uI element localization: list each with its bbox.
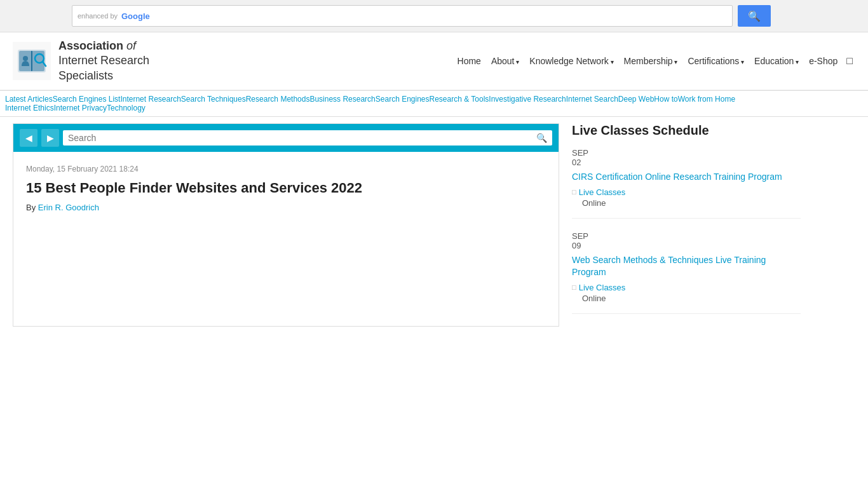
tag-icon-1: □	[572, 188, 576, 196]
link-business-research[interactable]: Business Research	[309, 95, 375, 104]
google-search-button[interactable]: 🔍	[738, 5, 771, 27]
schedule-tag-link-2[interactable]: Live Classes	[579, 283, 626, 292]
link-work-from-home[interactable]: Work from Home	[678, 95, 735, 104]
link-internet-research[interactable]: Internet Research	[120, 95, 180, 104]
link-technology[interactable]: Technology	[107, 104, 146, 112]
enhanced-by-label: enhanced by	[78, 12, 118, 20]
nav-eshop[interactable]: e-Shop	[805, 53, 841, 69]
google-search-bar: enhanced by Google 🔍	[0, 0, 868, 32]
link-latest-articles[interactable]: Latest Articles	[5, 95, 53, 104]
schedule-location-1: Online	[572, 198, 801, 208]
schedule-month-1: SEP	[572, 148, 801, 158]
link-internet-search[interactable]: Internet Search	[566, 95, 618, 104]
schedule-month-2: SEP	[572, 231, 801, 241]
logo-area: Association of Internet Research Special…	[13, 39, 149, 83]
google-search-wrapper: enhanced by Google	[72, 5, 733, 27]
schedule-event-link-1[interactable]: CIRS Certification Online Research Train…	[572, 172, 782, 182]
link-research-methods[interactable]: Research Methods	[246, 95, 310, 104]
schedule-item-1: SEP 02 CIRS Certification Online Researc…	[572, 148, 801, 219]
schedule-day-1: 02	[572, 158, 801, 167]
sidebar: Live Classes Schedule SEP 02 CIRS Certif…	[572, 123, 801, 327]
article-search-input[interactable]	[68, 133, 532, 143]
article-author: By Erin R. Goodrich	[26, 203, 546, 212]
article-title: 15 Best People Finder Websites and Servi…	[26, 180, 546, 196]
nav-extra-icon: □	[844, 53, 855, 69]
search-go-icon[interactable]: 🔍	[536, 133, 547, 143]
links-row-1: Latest Articles Search Engines List Inte…	[0, 95, 868, 104]
svg-point-7	[23, 56, 28, 61]
article-area: ◀ ▶ 🔍 Monday, 15 February 2021 18:24 15 …	[13, 123, 559, 327]
toolbar-forward-button[interactable]: ▶	[41, 129, 59, 147]
site-logo	[13, 42, 51, 80]
main-nav: Home About Knowledge Network Membership …	[454, 53, 855, 69]
link-search-engines-list[interactable]: Search Engines List	[53, 95, 121, 104]
schedule-tag-link-1[interactable]: Live Classes	[579, 187, 626, 197]
article-date: Monday, 15 February 2021 18:24	[26, 165, 546, 173]
content-wrapper: ◀ ▶ 🔍 Monday, 15 February 2021 18:24 15 …	[0, 123, 868, 327]
nav-home[interactable]: Home	[454, 53, 485, 69]
nav-about[interactable]: About	[487, 53, 523, 69]
tag-icon-2: □	[572, 283, 576, 291]
forward-icon: ▶	[47, 133, 54, 143]
link-internet-ethics[interactable]: Internet Ethics	[5, 104, 54, 112]
link-research-tools[interactable]: Research & Tools	[430, 95, 489, 104]
nav-knowledge-network[interactable]: Knowledge Network	[526, 53, 617, 69]
schedule-item-2: SEP 09 Web Search Methods & Techniques L…	[572, 231, 801, 314]
author-link[interactable]: Erin R. Goodrich	[38, 203, 99, 212]
links-bar: Latest Articles Search Engines List Inte…	[0, 90, 868, 117]
link-investigative-research[interactable]: Investigative Research	[489, 95, 566, 104]
link-how-to[interactable]: How to	[654, 95, 677, 104]
schedule-tag-1: □ Live Classes	[572, 187, 801, 197]
toolbar-back-button[interactable]: ◀	[20, 129, 37, 147]
schedule-tag-2: □ Live Classes	[572, 283, 801, 292]
search-toolbar: ◀ ▶ 🔍	[13, 124, 559, 152]
schedule-location-2: Online	[572, 294, 801, 303]
search-input-wrapper: 🔍	[63, 130, 552, 146]
link-internet-privacy[interactable]: Internet Privacy	[54, 104, 107, 112]
schedule-event-link-2[interactable]: Web Search Methods & Techniques Live Tra…	[572, 255, 766, 278]
schedule-event-title-2: Web Search Methods & Techniques Live Tra…	[572, 254, 801, 279]
link-search-engines[interactable]: Search Engines	[376, 95, 430, 104]
link-search-techniques[interactable]: Search Techniques	[181, 95, 246, 104]
search-icon: 🔍	[748, 11, 761, 22]
google-logo: Google	[121, 11, 150, 21]
link-deep-web[interactable]: Deep Web	[618, 95, 654, 104]
schedule-event-title-1: CIRS Certification Online Research Train…	[572, 171, 801, 184]
schedule-day-2: 09	[572, 241, 801, 250]
google-search-input[interactable]	[155, 11, 727, 21]
links-row-2: Internet Ethics Internet Privacy Technol…	[0, 104, 868, 112]
back-icon: ◀	[25, 133, 32, 143]
sidebar-title: Live Classes Schedule	[572, 123, 801, 138]
site-header: Association of Internet Research Special…	[0, 32, 868, 90]
logo-text: Association of Internet Research Special…	[58, 39, 149, 83]
nav-membership[interactable]: Membership	[620, 53, 682, 69]
nav-education[interactable]: Education	[750, 53, 803, 69]
article-content: Monday, 15 February 2021 18:24 15 Best P…	[13, 152, 559, 225]
nav-certifications[interactable]: Certifications	[684, 53, 748, 69]
author-prefix: By	[26, 203, 36, 212]
